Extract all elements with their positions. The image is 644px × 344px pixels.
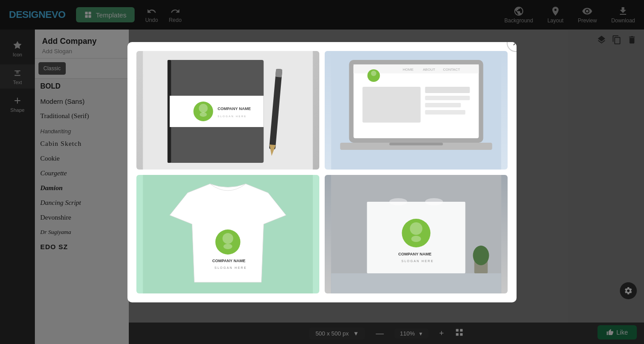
svg-rect-27 (425, 96, 470, 100)
svg-point-24 (371, 71, 377, 76)
svg-text:SLOGAN HERE: SLOGAN HERE (218, 115, 247, 118)
svg-point-10 (200, 112, 207, 117)
svg-point-9 (199, 104, 208, 113)
svg-rect-31 (390, 143, 443, 145)
mockup-modal: ✕ COMPANY NAME SLO (127, 42, 517, 302)
laptop-mockup: HOME ABOUT CONTACT (325, 51, 508, 170)
svg-point-49 (390, 198, 407, 205)
svg-text:COMPANY NAME: COMPANY NAME (212, 259, 246, 263)
svg-text:SLOGAN HERE: SLOGAN HERE (215, 266, 247, 269)
notebook-svg: COMPANY NAME SLOGAN HERE (136, 51, 319, 170)
notebook-mockup: COMPANY NAME SLOGAN HERE (136, 51, 319, 170)
svg-point-34 (223, 233, 233, 244)
svg-text:COMPANY NAME: COMPANY NAME (218, 106, 251, 111)
mockup-grid: COMPANY NAME SLOGAN HERE HOME (136, 51, 508, 293)
svg-rect-7 (170, 96, 264, 127)
svg-rect-29 (425, 110, 466, 115)
svg-rect-15 (275, 68, 283, 77)
svg-point-44 (410, 222, 423, 235)
tshirt-svg: COMPANY NAME SLOGAN HERE (136, 175, 319, 293)
svg-text:COMPANY NAME: COMPANY NAME (398, 252, 432, 256)
svg-text:CONTACT: CONTACT (443, 68, 460, 72)
svg-text:ABOUT: ABOUT (423, 68, 436, 72)
svg-text:HOME: HOME (403, 68, 414, 72)
svg-point-52 (473, 246, 489, 265)
wall-svg: COMPANY NAME SLOGAN HERE (325, 175, 508, 293)
laptop-svg: HOME ABOUT CONTACT (325, 51, 508, 170)
modal-close-button[interactable]: ✕ (507, 42, 517, 52)
modal-overlay: ✕ COMPANY NAME SLO (0, 0, 644, 344)
svg-point-50 (425, 198, 443, 205)
svg-point-35 (224, 244, 233, 249)
tshirt-mockup: COMPANY NAME SLOGAN HERE (136, 175, 319, 293)
svg-text:SLOGAN HERE: SLOGAN HERE (402, 259, 434, 263)
wall-mockup: COMPANY NAME SLOGAN HERE (325, 175, 508, 293)
svg-rect-26 (425, 87, 470, 93)
svg-point-45 (411, 236, 421, 242)
svg-rect-28 (425, 103, 461, 107)
svg-rect-25 (363, 87, 421, 123)
svg-rect-48 (331, 273, 501, 293)
